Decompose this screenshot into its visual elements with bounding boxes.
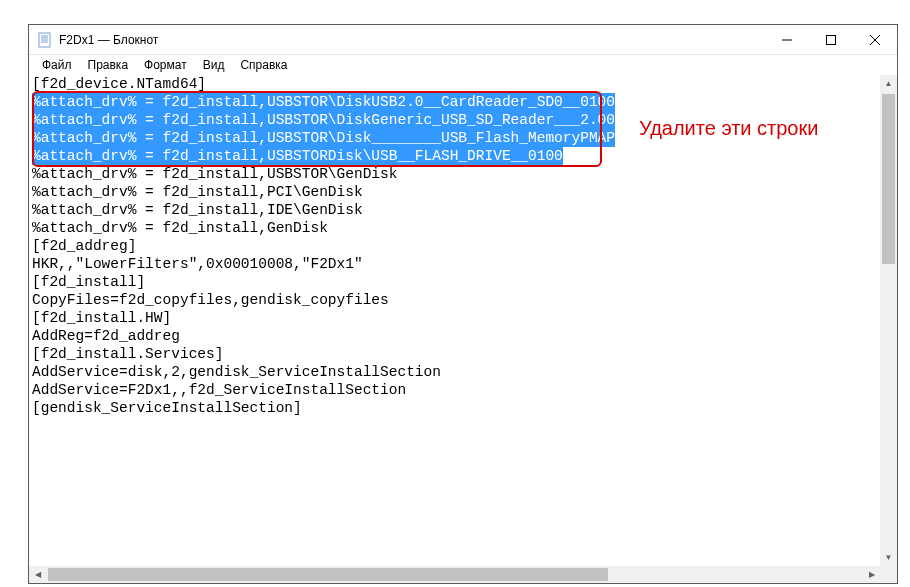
menu-file[interactable]: Файл (35, 57, 79, 73)
menu-view[interactable]: Вид (196, 57, 232, 73)
text-line: [f2d_install.Services] (32, 345, 879, 363)
maximize-button[interactable] (809, 25, 853, 54)
text-line: [f2d_addreg] (32, 237, 879, 255)
scroll-up-icon[interactable]: ▲ (880, 75, 897, 92)
selected-line: %attach_drv% = f2d_install,USBSTORDisk\U… (32, 147, 563, 165)
text-line: [f2d_device.NTamd64] (32, 75, 879, 93)
text-line: %attach_drv% = f2d_install,GenDisk (32, 219, 879, 237)
scroll-h-thumb[interactable] (48, 568, 608, 581)
scroll-right-icon[interactable]: ▶ (863, 566, 880, 583)
selected-line: %attach_drv% = f2d_install,USBSTOR\DiskU… (32, 93, 615, 111)
scroll-down-icon[interactable]: ▼ (880, 549, 897, 566)
scroll-v-thumb[interactable] (882, 94, 895, 264)
text-line: [f2d_install] (32, 273, 879, 291)
svg-rect-6 (827, 35, 836, 44)
text-content[interactable]: [f2d_device.NTamd64]%attach_drv% = f2d_i… (31, 75, 880, 566)
menu-format[interactable]: Формат (137, 57, 194, 73)
selected-line: %attach_drv% = f2d_install,USBSTOR\Disk_… (32, 129, 615, 147)
selected-line: %attach_drv% = f2d_install,USBSTOR\DiskG… (32, 111, 615, 129)
text-line: AddService=F2Dx1,,f2d_ServiceInstallSect… (32, 381, 879, 399)
menu-edit[interactable]: Правка (81, 57, 136, 73)
vertical-scrollbar[interactable]: ▲ ▼ (880, 75, 897, 566)
menu-help[interactable]: Справка (233, 57, 294, 73)
minimize-button[interactable] (765, 25, 809, 54)
text-line: [gendisk_ServiceInstallSection] (32, 399, 879, 417)
text-line: AddService=disk,2,gendisk_ServiceInstall… (32, 363, 879, 381)
text-line: %attach_drv% = f2d_install,PCI\GenDisk (32, 183, 879, 201)
scroll-h-track[interactable] (46, 566, 863, 583)
titlebar[interactable]: F2Dx1 — Блокнот (29, 25, 897, 55)
scroll-v-track[interactable] (880, 92, 897, 549)
notepad-icon (37, 32, 53, 48)
menubar: Файл Правка Формат Вид Справка (29, 55, 897, 75)
annotation-label: Удалите эти строки (639, 117, 818, 140)
close-button[interactable] (853, 25, 897, 54)
text-line: HKR,,"LowerFilters",0x00010008,"F2Dx1" (32, 255, 879, 273)
horizontal-scrollbar[interactable]: ◀ ▶ (29, 566, 880, 583)
text-line: %attach_drv% = f2d_install,USBSTOR\GenDi… (32, 165, 879, 183)
window-controls (765, 25, 897, 54)
notepad-window: F2Dx1 — Блокнот Файл Правка Формат Вид С… (28, 24, 898, 584)
text-line: [f2d_install.HW] (32, 309, 879, 327)
editor-area: [f2d_device.NTamd64]%attach_drv% = f2d_i… (29, 75, 897, 583)
text-line: CopyFiles=f2d_copyfiles,gendisk_copyfile… (32, 291, 879, 309)
text-line: %attach_drv% = f2d_install,IDE\GenDisk (32, 201, 879, 219)
scroll-corner (880, 566, 897, 583)
window-title: F2Dx1 — Блокнот (59, 33, 765, 47)
scroll-left-icon[interactable]: ◀ (29, 566, 46, 583)
text-line: AddReg=f2d_addreg (32, 327, 879, 345)
